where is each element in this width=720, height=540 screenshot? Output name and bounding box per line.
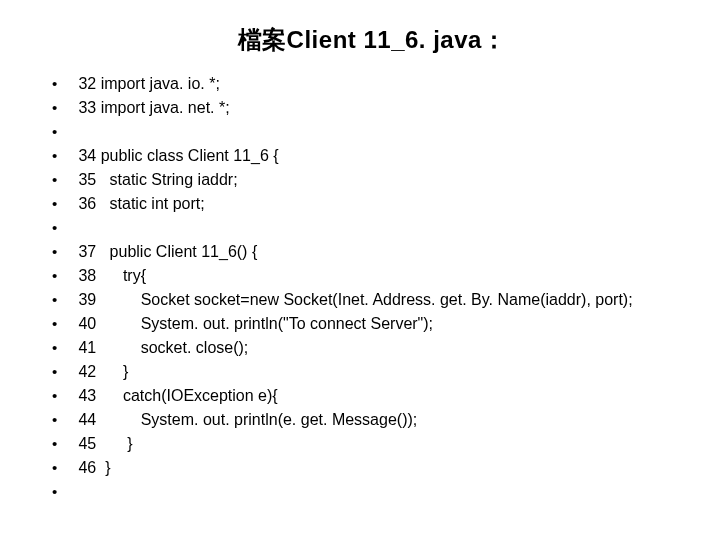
code-line: 35 static String iaddr;: [52, 168, 692, 192]
code-line: 33 import java. net. *;: [52, 96, 692, 120]
code-line: 38 try{: [52, 264, 692, 288]
code-line: 45 }: [52, 432, 692, 456]
code-line: 37 public Client 11_6() {: [52, 240, 692, 264]
code-line: 42 }: [52, 360, 692, 384]
code-line: 32 import java. io. *;: [52, 72, 692, 96]
slide: 檔案Client 11_6. java： 32 import java. io.…: [0, 0, 720, 540]
code-line: 41 socket. close();: [52, 336, 692, 360]
code-line: [52, 480, 692, 504]
code-line: 43 catch(IOException e){: [52, 384, 692, 408]
code-line: 40 System. out. println("To connect Serv…: [52, 312, 692, 336]
code-line: 34 public class Client 11_6 {: [52, 144, 692, 168]
code-line: 36 static int port;: [52, 192, 692, 216]
code-line: 39 Socket socket=new Socket(Inet. Addres…: [52, 288, 692, 312]
code-line: 44 System. out. println(e. get. Message(…: [52, 408, 692, 432]
code-line: [52, 120, 692, 144]
slide-title: 檔案Client 11_6. java：: [52, 24, 692, 56]
code-line: [52, 216, 692, 240]
code-line: 46 }: [52, 456, 692, 480]
code-list: 32 import java. io. *; 33 import java. n…: [52, 72, 692, 504]
